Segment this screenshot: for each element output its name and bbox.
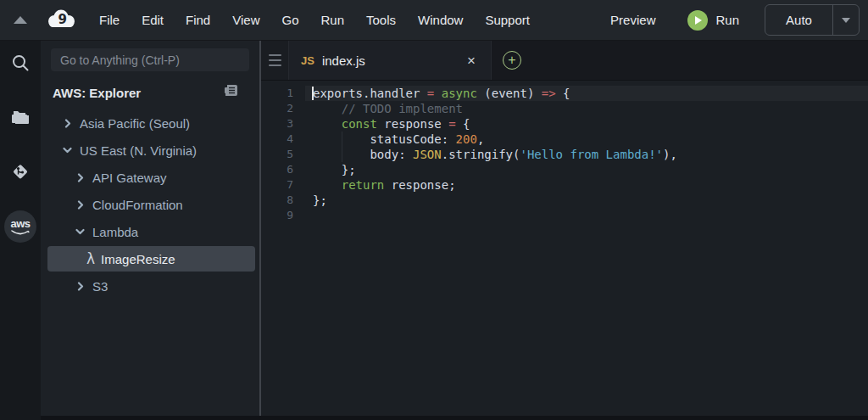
chevron-down-icon[interactable] (76, 227, 85, 236)
tree-item-label: Asia Pacific (Seoul) (80, 116, 190, 131)
code-line-2[interactable]: 2 // TODO implement (261, 101, 868, 116)
code-text: statusCode: 200, (305, 132, 868, 147)
line-number: 5 (261, 147, 305, 162)
code-line-5[interactable]: 5 body: JSON.stringify('Hello from Lambd… (261, 147, 868, 162)
menu-item-edit[interactable]: Edit (131, 13, 175, 27)
code-line-9[interactable]: 9 (261, 208, 868, 223)
tree-item-label: CloudFormation (92, 198, 183, 212)
tab-bar: JS index.js × + (261, 41, 868, 81)
indent-guide (342, 132, 342, 162)
search-icon[interactable] (8, 51, 32, 75)
code-text: exports.handler = async (event) => { (305, 86, 868, 101)
run-play-icon (687, 10, 708, 31)
sidebar-panel: AWS: Explorer Asia Pacific (Seoul)US Eas… (41, 41, 259, 416)
line-number: 4 (261, 132, 305, 147)
menu-item-tools[interactable]: Tools (355, 13, 407, 27)
line-number: 9 (261, 208, 305, 223)
bottom-panel-strip (41, 416, 868, 420)
code-line-7[interactable]: 7 return response; (261, 177, 868, 193)
auto-dropdown-button[interactable]: Auto (765, 5, 832, 35)
chevron-down-icon (842, 18, 850, 23)
line-number: 7 (261, 177, 305, 193)
files-icon[interactable] (8, 105, 32, 129)
git-icon[interactable] (8, 160, 32, 183)
sidebar-item-imageresize[interactable]: λImageResize (47, 246, 255, 272)
menu-item-window[interactable]: Window (407, 13, 474, 27)
line-number: 3 (261, 116, 305, 132)
aws-explorer-title: AWS: Explorer (53, 86, 141, 100)
aws-icon[interactable]: aws (4, 210, 36, 243)
auto-dropdown: Auto (765, 4, 860, 36)
chevron-right-icon[interactable] (76, 282, 85, 290)
sidebar-item-cloudformation[interactable]: CloudFormation (41, 191, 259, 218)
code-text: const response = { (305, 116, 868, 132)
code-text: }; (305, 193, 868, 208)
menu-items: FileEditFindViewGoRunToolsWindowSupport (88, 13, 541, 27)
text-cursor (312, 87, 314, 100)
tab-index-js[interactable]: JS index.js × (289, 41, 492, 80)
chevron-right-icon[interactable] (76, 173, 85, 182)
lambda-icon: λ (86, 252, 95, 266)
line-number: 6 (261, 162, 305, 177)
tree-item-label: ImageResize (101, 252, 175, 266)
code-editor[interactable]: 1exports.handler = async (event) => {2 /… (261, 81, 868, 223)
activity-bar: aws (0, 41, 41, 420)
aws-explorer-tree: Asia Pacific (Seoul)US East (N. Virginia… (41, 109, 259, 300)
code-text: return response; (305, 177, 868, 193)
code-line-6[interactable]: 6 }; (261, 162, 868, 177)
menu-item-go[interactable]: Go (270, 13, 309, 27)
menu-item-support[interactable]: Support (474, 13, 541, 27)
aws-explorer-header: AWS: Explorer (41, 81, 259, 104)
panel-divider[interactable] (259, 41, 261, 420)
tree-item-label: API Gateway (92, 171, 167, 185)
menu-bar: 9 FileEditFindViewGoRunToolsWindowSuppor… (0, 0, 868, 41)
collapse-menubar-icon[interactable] (14, 16, 27, 25)
js-file-icon: JS (301, 54, 314, 67)
sidebar-item-lambda[interactable]: Lambda (41, 218, 259, 245)
code-text: }; (305, 162, 868, 177)
tab-title: index.js (322, 53, 365, 68)
editor-area: JS index.js × + 1exports.handler = async… (261, 41, 868, 416)
new-tab-button[interactable]: + (503, 51, 521, 70)
code-line-3[interactable]: 3 const response = { (261, 116, 868, 132)
code-text: body: JSON.stringify('Hello from Lambda!… (305, 147, 868, 162)
line-number: 2 (261, 101, 305, 116)
run-button[interactable]: Run (687, 10, 739, 31)
sidebar-item-api-gateway[interactable]: API Gateway (41, 164, 259, 191)
menu-item-file[interactable]: File (88, 13, 131, 27)
go-to-anything-input[interactable] (51, 48, 249, 71)
close-tab-icon[interactable]: × (464, 52, 479, 70)
tree-item-label: US East (N. Virginia) (80, 143, 197, 158)
aws-icon-label: aws (10, 218, 30, 229)
menu-item-run[interactable]: Run (309, 13, 355, 27)
code-line-8[interactable]: 8}; (261, 193, 868, 208)
tab-list-menu-icon[interactable] (261, 41, 289, 80)
sidebar-item-us-east-n-virginia[interactable]: US East (N. Virginia) (41, 137, 259, 164)
aws-smile-icon (10, 229, 31, 236)
menu-item-view[interactable]: View (221, 13, 270, 27)
sidebar-item-s3[interactable]: S3 (41, 272, 259, 300)
explorer-menu-icon[interactable] (222, 83, 239, 102)
tree-item-label: S3 (92, 279, 108, 294)
code-line-1[interactable]: 1exports.handler = async (event) => { (261, 86, 868, 101)
chevron-right-icon[interactable] (64, 119, 72, 127)
svg-text:9: 9 (58, 11, 67, 26)
line-number: 1 (261, 86, 305, 101)
code-line-4[interactable]: 4 statusCode: 200, (261, 132, 868, 147)
cloud9-logo-icon[interactable]: 9 (46, 8, 76, 32)
auto-dropdown-chevron[interactable] (833, 5, 859, 35)
run-button-label: Run (715, 13, 739, 27)
menu-item-find[interactable]: Find (175, 13, 221, 27)
sidebar-item-asia-pacific-seoul[interactable]: Asia Pacific (Seoul) (41, 109, 259, 137)
menubar-right: Preview Run Auto (610, 4, 868, 36)
chevron-down-icon[interactable] (64, 146, 72, 154)
preview-button[interactable]: Preview (610, 13, 655, 27)
code-text: // TODO implement (305, 101, 868, 116)
chevron-right-icon[interactable] (76, 200, 85, 209)
code-text (305, 208, 868, 223)
tree-item-label: Lambda (92, 225, 138, 239)
line-number: 8 (261, 193, 305, 208)
